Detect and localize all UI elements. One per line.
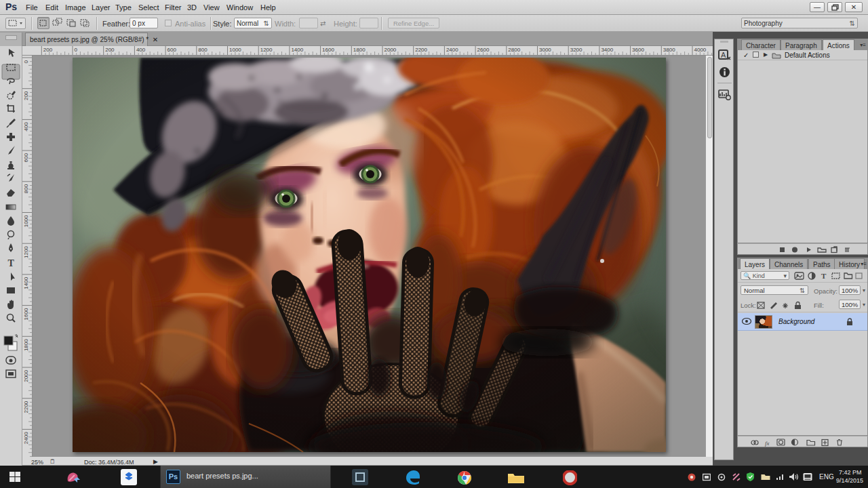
svg-text:600: 600 xyxy=(23,153,29,163)
svg-text:200: 200 xyxy=(43,47,53,53)
svg-text:200: 200 xyxy=(23,91,29,100)
svg-text:1600: 1600 xyxy=(23,308,29,320)
svg-text:600: 600 xyxy=(167,47,177,53)
svg-text:400: 400 xyxy=(136,47,146,53)
svg-text:800: 800 xyxy=(198,47,208,53)
svg-text:fx: fx xyxy=(765,440,770,447)
svg-text:1200: 1200 xyxy=(23,246,29,258)
svg-text:2000: 2000 xyxy=(23,369,29,382)
svg-text:A: A xyxy=(721,51,726,59)
svg-text:0: 0 xyxy=(23,60,29,63)
svg-text:T: T xyxy=(8,258,15,268)
svg-text:2400: 2400 xyxy=(23,432,29,444)
svg-text:2200: 2200 xyxy=(23,401,29,413)
svg-text:T: T xyxy=(821,272,827,280)
svg-text:1000: 1000 xyxy=(23,215,29,227)
svg-text:200: 200 xyxy=(105,47,115,53)
svg-text:800: 800 xyxy=(23,184,29,193)
svg-text:0: 0 xyxy=(75,47,78,53)
svg-text:1400: 1400 xyxy=(23,277,29,289)
svg-text:400: 400 xyxy=(23,122,29,131)
svg-text:1800: 1800 xyxy=(23,339,29,351)
